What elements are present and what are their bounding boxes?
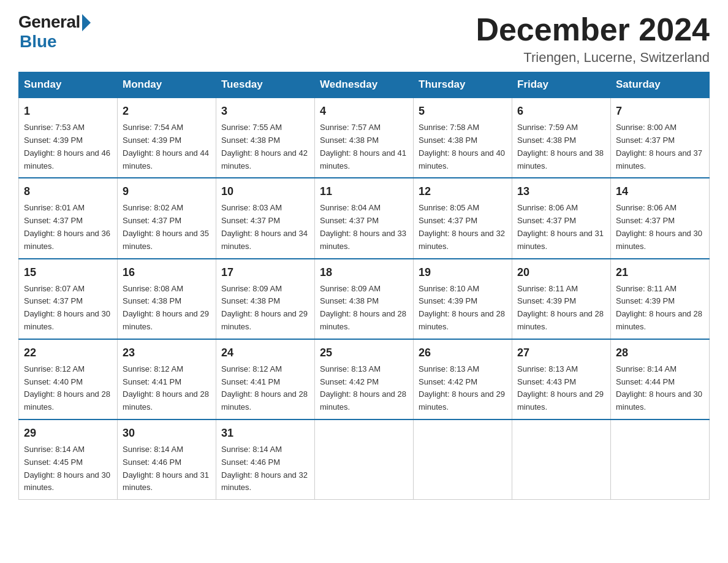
day-info: Sunrise: 8:04 AMSunset: 4:37 PMDaylight:… bbox=[320, 203, 406, 250]
day-number: 23 bbox=[123, 345, 211, 361]
calendar-day-cell: 9 Sunrise: 8:02 AMSunset: 4:37 PMDayligh… bbox=[118, 178, 216, 258]
day-info: Sunrise: 8:14 AMSunset: 4:44 PMDaylight:… bbox=[616, 364, 702, 412]
calendar-day-cell: 3 Sunrise: 7:55 AMSunset: 4:38 PMDayligh… bbox=[216, 98, 315, 178]
calendar-week-row: 15 Sunrise: 8:07 AMSunset: 4:37 PMDaylig… bbox=[19, 259, 710, 339]
calendar-day-cell: 2 Sunrise: 7:54 AMSunset: 4:39 PMDayligh… bbox=[118, 98, 216, 178]
calendar-week-row: 1 Sunrise: 7:53 AMSunset: 4:39 PMDayligh… bbox=[19, 98, 710, 178]
day-number: 26 bbox=[419, 345, 507, 361]
calendar-week-row: 29 Sunrise: 8:14 AMSunset: 4:45 PMDaylig… bbox=[19, 419, 710, 500]
calendar-week-row: 8 Sunrise: 8:01 AMSunset: 4:37 PMDayligh… bbox=[19, 178, 710, 258]
calendar-day-cell: 10 Sunrise: 8:03 AMSunset: 4:37 PMDaylig… bbox=[216, 178, 315, 258]
day-number: 11 bbox=[320, 183, 408, 200]
weekday-header-thursday: Thursday bbox=[414, 72, 512, 98]
calendar-day-cell: 27 Sunrise: 8:13 AMSunset: 4:43 PMDaylig… bbox=[512, 339, 611, 419]
weekday-header-sunday: Sunday bbox=[19, 72, 118, 98]
weekday-header-row: SundayMondayTuesdayWednesdayThursdayFrid… bbox=[19, 72, 710, 98]
calendar-day-cell: 26 Sunrise: 8:13 AMSunset: 4:42 PMDaylig… bbox=[414, 339, 512, 419]
calendar-day-cell: 29 Sunrise: 8:14 AMSunset: 4:45 PMDaylig… bbox=[19, 419, 118, 500]
day-number: 13 bbox=[517, 183, 605, 200]
logo-blue-text: Blue bbox=[20, 32, 57, 52]
calendar-day-cell: 30 Sunrise: 8:14 AMSunset: 4:46 PMDaylig… bbox=[118, 419, 216, 500]
day-number: 18 bbox=[320, 264, 408, 281]
weekday-header-tuesday: Tuesday bbox=[216, 72, 315, 98]
logo-general-text: General bbox=[18, 12, 80, 32]
day-info: Sunrise: 8:12 AMSunset: 4:41 PMDaylight:… bbox=[123, 364, 209, 412]
location-text: Triengen, Lucerne, Switzerland bbox=[476, 50, 710, 66]
day-number: 31 bbox=[221, 425, 309, 442]
day-number: 17 bbox=[221, 264, 309, 281]
day-number: 19 bbox=[419, 264, 507, 281]
day-number: 27 bbox=[517, 345, 605, 361]
day-number: 16 bbox=[123, 264, 211, 281]
day-number: 28 bbox=[616, 345, 704, 361]
calendar-week-row: 22 Sunrise: 8:12 AMSunset: 4:40 PMDaylig… bbox=[19, 339, 710, 419]
title-block: December 2024 Triengen, Lucerne, Switzer… bbox=[476, 12, 710, 66]
day-info: Sunrise: 8:14 AMSunset: 4:45 PMDaylight:… bbox=[24, 445, 110, 492]
day-number: 7 bbox=[616, 103, 704, 120]
day-number: 10 bbox=[221, 183, 309, 200]
day-info: Sunrise: 8:12 AMSunset: 4:40 PMDaylight:… bbox=[24, 364, 110, 412]
calendar-day-cell: 16 Sunrise: 8:08 AMSunset: 4:38 PMDaylig… bbox=[118, 259, 216, 339]
day-number: 8 bbox=[24, 183, 112, 200]
page-header: General Blue December 2024 Triengen, Luc… bbox=[18, 12, 710, 66]
calendar-day-cell: 22 Sunrise: 8:12 AMSunset: 4:40 PMDaylig… bbox=[19, 339, 118, 419]
day-info: Sunrise: 7:57 AMSunset: 4:38 PMDaylight:… bbox=[320, 123, 406, 170]
calendar-day-cell: 5 Sunrise: 7:58 AMSunset: 4:38 PMDayligh… bbox=[414, 98, 512, 178]
logo-arrow-icon bbox=[82, 14, 91, 31]
calendar-day-cell: 15 Sunrise: 8:07 AMSunset: 4:37 PMDaylig… bbox=[19, 259, 118, 339]
day-number: 20 bbox=[517, 264, 605, 281]
calendar-day-cell: 20 Sunrise: 8:11 AMSunset: 4:39 PMDaylig… bbox=[512, 259, 611, 339]
weekday-header-wednesday: Wednesday bbox=[315, 72, 414, 98]
calendar-day-cell: 17 Sunrise: 8:09 AMSunset: 4:38 PMDaylig… bbox=[216, 259, 315, 339]
day-number: 15 bbox=[24, 264, 112, 281]
day-info: Sunrise: 8:13 AMSunset: 4:42 PMDaylight:… bbox=[320, 364, 406, 412]
calendar-day-cell: 7 Sunrise: 8:00 AMSunset: 4:37 PMDayligh… bbox=[611, 98, 710, 178]
day-info: Sunrise: 8:12 AMSunset: 4:41 PMDaylight:… bbox=[221, 364, 308, 412]
calendar-day-cell: 18 Sunrise: 8:09 AMSunset: 4:38 PMDaylig… bbox=[315, 259, 414, 339]
calendar-day-cell: 8 Sunrise: 8:01 AMSunset: 4:37 PMDayligh… bbox=[19, 178, 118, 258]
day-number: 25 bbox=[320, 345, 408, 361]
day-number: 30 bbox=[123, 425, 211, 442]
weekday-header-saturday: Saturday bbox=[611, 72, 710, 98]
day-info: Sunrise: 8:07 AMSunset: 4:37 PMDaylight:… bbox=[24, 284, 110, 331]
calendar-day-cell: 11 Sunrise: 8:04 AMSunset: 4:37 PMDaylig… bbox=[315, 178, 414, 258]
day-number: 4 bbox=[320, 103, 408, 120]
day-number: 5 bbox=[419, 103, 507, 120]
day-number: 2 bbox=[123, 103, 211, 120]
day-number: 1 bbox=[24, 103, 112, 120]
calendar-day-cell: 24 Sunrise: 8:12 AMSunset: 4:41 PMDaylig… bbox=[216, 339, 315, 419]
day-info: Sunrise: 7:58 AMSunset: 4:38 PMDaylight:… bbox=[419, 123, 505, 170]
day-info: Sunrise: 7:55 AMSunset: 4:38 PMDaylight:… bbox=[221, 123, 308, 170]
day-info: Sunrise: 8:10 AMSunset: 4:39 PMDaylight:… bbox=[419, 284, 505, 331]
day-number: 3 bbox=[221, 103, 309, 120]
day-info: Sunrise: 8:09 AMSunset: 4:38 PMDaylight:… bbox=[320, 284, 406, 331]
day-info: Sunrise: 8:11 AMSunset: 4:39 PMDaylight:… bbox=[517, 284, 604, 331]
day-info: Sunrise: 8:01 AMSunset: 4:37 PMDaylight:… bbox=[24, 203, 110, 250]
day-info: Sunrise: 8:14 AMSunset: 4:46 PMDaylight:… bbox=[123, 445, 209, 492]
calendar-day-cell: 1 Sunrise: 7:53 AMSunset: 4:39 PMDayligh… bbox=[19, 98, 118, 178]
calendar-table: SundayMondayTuesdayWednesdayThursdayFrid… bbox=[18, 72, 710, 500]
day-info: Sunrise: 8:02 AMSunset: 4:37 PMDaylight:… bbox=[123, 203, 209, 250]
day-info: Sunrise: 8:13 AMSunset: 4:42 PMDaylight:… bbox=[419, 364, 505, 412]
day-info: Sunrise: 8:13 AMSunset: 4:43 PMDaylight:… bbox=[517, 364, 604, 412]
day-info: Sunrise: 8:06 AMSunset: 4:37 PMDaylight:… bbox=[616, 203, 702, 250]
day-info: Sunrise: 7:53 AMSunset: 4:39 PMDaylight:… bbox=[24, 123, 110, 170]
day-number: 21 bbox=[616, 264, 704, 281]
calendar-day-cell bbox=[611, 419, 710, 500]
day-info: Sunrise: 8:14 AMSunset: 4:46 PMDaylight:… bbox=[221, 445, 308, 492]
calendar-day-cell bbox=[315, 419, 414, 500]
calendar-day-cell: 13 Sunrise: 8:06 AMSunset: 4:37 PMDaylig… bbox=[512, 178, 611, 258]
calendar-day-cell: 6 Sunrise: 7:59 AMSunset: 4:38 PMDayligh… bbox=[512, 98, 611, 178]
calendar-day-cell: 31 Sunrise: 8:14 AMSunset: 4:46 PMDaylig… bbox=[216, 419, 315, 500]
logo: General Blue bbox=[18, 12, 91, 52]
day-number: 14 bbox=[616, 183, 704, 200]
day-info: Sunrise: 8:06 AMSunset: 4:37 PMDaylight:… bbox=[517, 203, 604, 250]
calendar-day-cell: 28 Sunrise: 8:14 AMSunset: 4:44 PMDaylig… bbox=[611, 339, 710, 419]
day-info: Sunrise: 8:11 AMSunset: 4:39 PMDaylight:… bbox=[616, 284, 702, 331]
day-info: Sunrise: 8:09 AMSunset: 4:38 PMDaylight:… bbox=[221, 284, 308, 331]
day-info: Sunrise: 8:03 AMSunset: 4:37 PMDaylight:… bbox=[221, 203, 308, 250]
calendar-day-cell bbox=[512, 419, 611, 500]
day-number: 6 bbox=[517, 103, 605, 120]
calendar-day-cell: 21 Sunrise: 8:11 AMSunset: 4:39 PMDaylig… bbox=[611, 259, 710, 339]
calendar-day-cell: 4 Sunrise: 7:57 AMSunset: 4:38 PMDayligh… bbox=[315, 98, 414, 178]
